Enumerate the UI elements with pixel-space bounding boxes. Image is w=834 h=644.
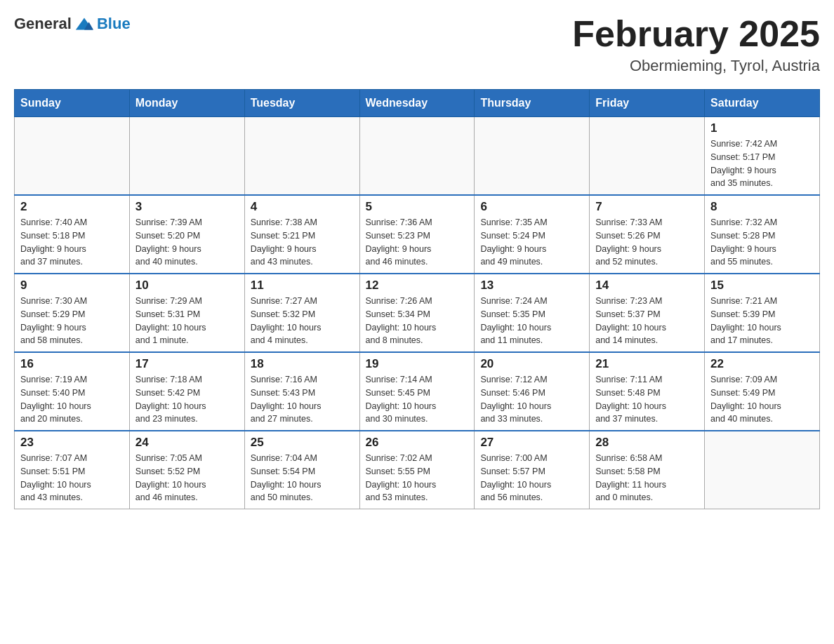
weekday-header-sunday: Sunday <box>15 90 130 117</box>
logo-icon <box>74 14 94 34</box>
day-info: Sunrise: 7:24 AMSunset: 5:35 PMDaylight:… <box>480 295 583 347</box>
calendar-cell: 24Sunrise: 7:05 AMSunset: 5:52 PMDayligh… <box>129 431 244 509</box>
calendar-cell: 25Sunrise: 7:04 AMSunset: 5:54 PMDayligh… <box>244 431 359 509</box>
day-number: 1 <box>710 121 814 135</box>
day-number: 7 <box>595 200 699 214</box>
logo-general-text: General <box>14 15 72 33</box>
day-number: 6 <box>480 200 583 214</box>
day-info: Sunrise: 7:16 AMSunset: 5:43 PMDaylight:… <box>251 373 354 426</box>
day-info: Sunrise: 7:14 AMSunset: 5:45 PMDaylight:… <box>366 373 469 426</box>
day-number: 24 <box>135 436 239 450</box>
logo-blue-text: Blue <box>97 15 131 33</box>
day-info: Sunrise: 7:35 AMSunset: 5:24 PMDaylight:… <box>480 216 583 269</box>
day-info: Sunrise: 7:39 AMSunset: 5:20 PMDaylight:… <box>135 216 239 269</box>
calendar-cell: 16Sunrise: 7:19 AMSunset: 5:40 PMDayligh… <box>15 352 130 431</box>
day-info: Sunrise: 7:19 AMSunset: 5:40 PMDaylight:… <box>20 373 124 426</box>
day-info: Sunrise: 7:33 AMSunset: 5:26 PMDaylight:… <box>595 216 699 269</box>
weekday-header-tuesday: Tuesday <box>244 90 359 117</box>
day-number: 8 <box>710 200 814 214</box>
day-number: 4 <box>251 200 354 214</box>
day-info: Sunrise: 7:00 AMSunset: 5:57 PMDaylight:… <box>480 452 583 504</box>
calendar-cell: 17Sunrise: 7:18 AMSunset: 5:42 PMDayligh… <box>129 352 244 431</box>
calendar-cell: 4Sunrise: 7:38 AMSunset: 5:21 PMDaylight… <box>244 195 359 274</box>
logo: General Blue <box>14 14 131 34</box>
day-info: Sunrise: 7:07 AMSunset: 5:51 PMDaylight:… <box>20 452 124 504</box>
calendar-table: SundayMondayTuesdayWednesdayThursdayFrid… <box>14 89 820 509</box>
day-number: 26 <box>366 436 469 450</box>
calendar-cell: 14Sunrise: 7:23 AMSunset: 5:37 PMDayligh… <box>590 274 705 352</box>
calendar-cell: 21Sunrise: 7:11 AMSunset: 5:48 PMDayligh… <box>590 352 705 431</box>
day-info: Sunrise: 7:12 AMSunset: 5:46 PMDaylight:… <box>480 373 583 426</box>
day-number: 25 <box>251 436 354 450</box>
calendar-cell: 3Sunrise: 7:39 AMSunset: 5:20 PMDaylight… <box>129 195 244 274</box>
calendar-cell: 11Sunrise: 7:27 AMSunset: 5:32 PMDayligh… <box>244 274 359 352</box>
day-info: Sunrise: 7:05 AMSunset: 5:52 PMDaylight:… <box>135 452 239 504</box>
calendar-cell: 28Sunrise: 6:58 AMSunset: 5:58 PMDayligh… <box>590 431 705 509</box>
day-number: 5 <box>366 200 469 214</box>
calendar-cell: 7Sunrise: 7:33 AMSunset: 5:26 PMDaylight… <box>590 195 705 274</box>
day-info: Sunrise: 7:29 AMSunset: 5:31 PMDaylight:… <box>135 295 239 347</box>
calendar-cell: 10Sunrise: 7:29 AMSunset: 5:31 PMDayligh… <box>129 274 244 352</box>
day-info: Sunrise: 7:18 AMSunset: 5:42 PMDaylight:… <box>135 373 239 426</box>
day-number: 12 <box>366 279 469 293</box>
calendar-cell: 15Sunrise: 7:21 AMSunset: 5:39 PMDayligh… <box>705 274 820 352</box>
day-number: 16 <box>20 357 124 371</box>
calendar-cell: 8Sunrise: 7:32 AMSunset: 5:28 PMDaylight… <box>705 195 820 274</box>
calendar-cell <box>475 117 590 196</box>
calendar-cell <box>705 431 820 509</box>
week-row: 23Sunrise: 7:07 AMSunset: 5:51 PMDayligh… <box>15 431 820 509</box>
location-title: Obermieming, Tyrol, Austria <box>572 57 820 75</box>
week-row: 2Sunrise: 7:40 AMSunset: 5:18 PMDaylight… <box>15 195 820 274</box>
weekday-header-friday: Friday <box>590 90 705 117</box>
week-row: 16Sunrise: 7:19 AMSunset: 5:40 PMDayligh… <box>15 352 820 431</box>
weekday-header-saturday: Saturday <box>705 90 820 117</box>
day-number: 13 <box>480 279 583 293</box>
day-info: Sunrise: 7:38 AMSunset: 5:21 PMDaylight:… <box>251 216 354 269</box>
day-info: Sunrise: 7:02 AMSunset: 5:55 PMDaylight:… <box>366 452 469 504</box>
calendar-cell: 13Sunrise: 7:24 AMSunset: 5:35 PMDayligh… <box>475 274 590 352</box>
day-info: Sunrise: 7:36 AMSunset: 5:23 PMDaylight:… <box>366 216 469 269</box>
day-info: Sunrise: 7:40 AMSunset: 5:18 PMDaylight:… <box>20 216 124 269</box>
calendar-cell: 27Sunrise: 7:00 AMSunset: 5:57 PMDayligh… <box>475 431 590 509</box>
week-row: 9Sunrise: 7:30 AMSunset: 5:29 PMDaylight… <box>15 274 820 352</box>
day-number: 28 <box>595 436 699 450</box>
day-info: Sunrise: 7:04 AMSunset: 5:54 PMDaylight:… <box>251 452 354 504</box>
weekday-header-thursday: Thursday <box>475 90 590 117</box>
calendar-cell: 2Sunrise: 7:40 AMSunset: 5:18 PMDaylight… <box>15 195 130 274</box>
day-number: 14 <box>595 279 699 293</box>
calendar-cell <box>590 117 705 196</box>
calendar-cell: 19Sunrise: 7:14 AMSunset: 5:45 PMDayligh… <box>359 352 475 431</box>
calendar-cell: 23Sunrise: 7:07 AMSunset: 5:51 PMDayligh… <box>15 431 130 509</box>
calendar-cell: 18Sunrise: 7:16 AMSunset: 5:43 PMDayligh… <box>244 352 359 431</box>
month-title: February 2025 <box>572 14 820 54</box>
calendar-cell <box>244 117 359 196</box>
calendar-cell <box>15 117 130 196</box>
day-info: Sunrise: 7:11 AMSunset: 5:48 PMDaylight:… <box>595 373 699 426</box>
day-number: 9 <box>20 279 124 293</box>
day-number: 10 <box>135 279 239 293</box>
day-info: Sunrise: 7:21 AMSunset: 5:39 PMDaylight:… <box>710 295 814 347</box>
calendar-cell: 5Sunrise: 7:36 AMSunset: 5:23 PMDaylight… <box>359 195 475 274</box>
calendar-cell: 1Sunrise: 7:42 AMSunset: 5:17 PMDaylight… <box>705 117 820 196</box>
day-number: 19 <box>366 357 469 371</box>
day-info: Sunrise: 7:26 AMSunset: 5:34 PMDaylight:… <box>366 295 469 347</box>
day-number: 3 <box>135 200 239 214</box>
title-block: February 2025 Obermieming, Tyrol, Austri… <box>572 14 820 75</box>
weekday-header-wednesday: Wednesday <box>359 90 475 117</box>
page-header: General Blue February 2025 Obermieming, … <box>14 14 820 75</box>
day-info: Sunrise: 6:58 AMSunset: 5:58 PMDaylight:… <box>595 452 699 504</box>
calendar-cell: 20Sunrise: 7:12 AMSunset: 5:46 PMDayligh… <box>475 352 590 431</box>
day-number: 18 <box>251 357 354 371</box>
calendar-cell: 12Sunrise: 7:26 AMSunset: 5:34 PMDayligh… <box>359 274 475 352</box>
day-info: Sunrise: 7:27 AMSunset: 5:32 PMDaylight:… <box>251 295 354 347</box>
calendar-cell: 22Sunrise: 7:09 AMSunset: 5:49 PMDayligh… <box>705 352 820 431</box>
calendar-header-row: SundayMondayTuesdayWednesdayThursdayFrid… <box>15 90 820 117</box>
day-number: 17 <box>135 357 239 371</box>
weekday-header-monday: Monday <box>129 90 244 117</box>
day-info: Sunrise: 7:42 AMSunset: 5:17 PMDaylight:… <box>710 137 814 190</box>
day-info: Sunrise: 7:30 AMSunset: 5:29 PMDaylight:… <box>20 295 124 347</box>
calendar-cell: 9Sunrise: 7:30 AMSunset: 5:29 PMDaylight… <box>15 274 130 352</box>
day-number: 21 <box>595 357 699 371</box>
day-number: 2 <box>20 200 124 214</box>
week-row: 1Sunrise: 7:42 AMSunset: 5:17 PMDaylight… <box>15 117 820 196</box>
